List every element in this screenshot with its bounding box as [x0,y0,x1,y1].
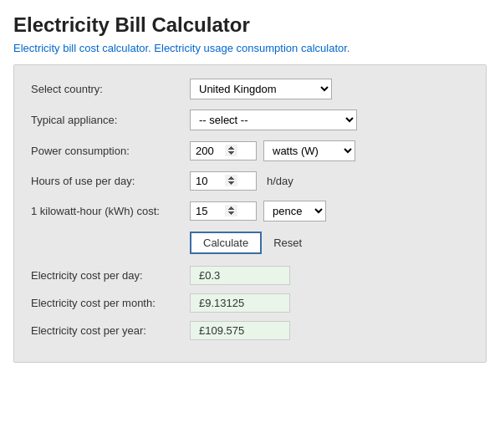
per-month-value: £9.13125 [190,293,290,313]
power-controls: watts (W) kilowatts (kW) [190,140,355,161]
calculator-box: Select country: United Kingdom United St… [13,64,487,363]
per-year-row: Electricity cost per year: £109.575 [31,321,469,340]
per-month-label: Electricity cost per month: [31,297,190,309]
per-month-row: Electricity cost per month: £9.13125 [31,293,469,313]
button-row: Calculate Reset [31,232,469,254]
power-input[interactable] [190,141,257,160]
hours-input[interactable] [190,171,257,191]
hours-row: Hours of use per day: h/day [31,171,469,191]
power-unit-select[interactable]: watts (W) kilowatts (kW) [263,140,355,161]
per-day-label: Electricity cost per day: [31,269,190,282]
country-row: Select country: United Kingdom United St… [31,79,469,99]
per-year-value: £109.575 [190,321,290,340]
power-row: Power consumption: watts (W) kilowatts (… [31,140,469,161]
country-label: Select country: [31,83,190,95]
country-controls: United Kingdom United States Australia C… [190,79,332,99]
cost-controls: pence £ [190,201,326,221]
hours-unit-label: h/day [267,175,293,187]
country-select[interactable]: United Kingdom United States Australia C… [190,79,332,99]
page-title: Electricity Bill Calculator [13,13,487,37]
per-year-label: Electricity cost per year: [31,324,190,337]
appliance-label: Typical appliance: [31,114,190,126]
cost-row: 1 kilowatt-hour (kWh) cost: pence £ [31,201,469,221]
calculate-button[interactable]: Calculate [190,232,262,254]
per-day-row: Electricity cost per day: £0.3 [31,266,469,285]
hours-label: Hours of use per day: [31,175,190,187]
per-day-value: £0.3 [190,266,290,285]
page-subtitle: Electricity bill cost calculator. Electr… [13,42,487,54]
cost-unit-select[interactable]: pence £ [263,201,326,221]
reset-button[interactable]: Reset [268,233,307,252]
appliance-row: Typical appliance: -- select -- Air Cond… [31,109,469,130]
appliance-select[interactable]: -- select -- Air Conditioner Refrigerato… [190,109,357,130]
hours-controls: h/day [190,171,293,191]
cost-label: 1 kilowatt-hour (kWh) cost: [31,205,190,217]
cost-input[interactable] [190,201,257,221]
power-label: Power consumption: [31,145,190,157]
appliance-controls: -- select -- Air Conditioner Refrigerato… [190,109,357,130]
